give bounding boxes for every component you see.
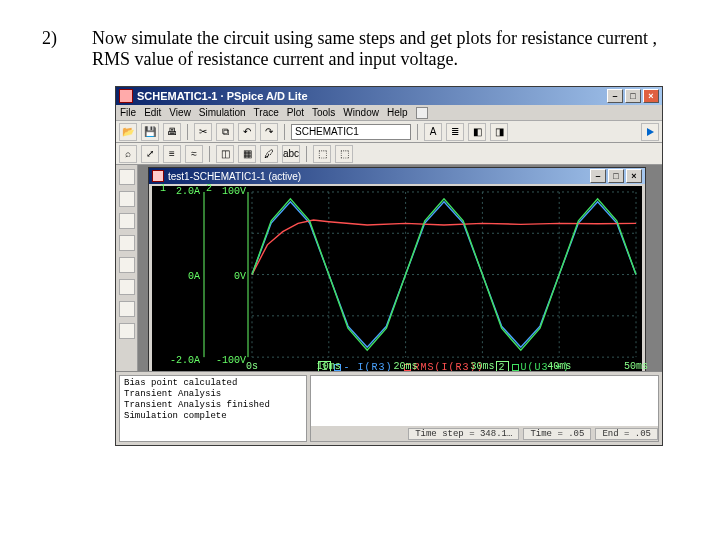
y-tick: -2.0A [160,355,200,366]
tool2-d-icon[interactable]: ≈ [185,145,203,163]
tool2-a-icon[interactable]: ⌕ [119,145,137,163]
tool-copy-icon[interactable]: ⧉ [216,123,234,141]
doc-max-button[interactable]: □ [608,169,624,183]
doc-min-button[interactable]: – [590,169,606,183]
tool-print-icon[interactable]: 🖶 [163,123,181,141]
menu-trace[interactable]: Trace [254,107,279,118]
app-icon [119,89,133,103]
tool2-h-icon[interactable]: abc [282,145,300,163]
close-button[interactable]: × [643,89,659,103]
x-tick: 50ms [624,361,648,371]
instruction-text: Now simulate the circuit using same step… [92,28,678,70]
tool2-g-icon[interactable]: 🖊 [260,145,278,163]
tool-open-icon[interactable]: 📂 [119,123,137,141]
x-tick: 40ms [547,361,571,371]
x-tick: 0s [246,361,258,371]
x-tick: 10ms [317,361,341,371]
menu-window[interactable]: Window [343,107,379,118]
tool2-b-icon[interactable]: ⤢ [141,145,159,163]
lt-1-icon[interactable] [119,169,135,185]
output-area: Bias point calculatedTransient AnalysisT… [116,371,662,445]
y-tick: 0A [160,271,200,282]
statusbar: Time step = 348.1… Time = .05 End = .05 [311,425,658,441]
instruction-number: 2) [42,28,62,70]
toolbar-2: ⌕ ⤢ ≡ ≈ ◫ ▦ 🖊 abc ⬚ ⬚ [116,143,662,165]
tool2-f-icon[interactable]: ▦ [238,145,256,163]
menu-edit[interactable]: Edit [144,107,161,118]
doc-close-button[interactable]: × [626,169,642,183]
lt-3-icon[interactable] [119,213,135,229]
profile-input[interactable] [291,124,411,140]
tool2-e-icon[interactable]: ◫ [216,145,234,163]
minimize-button[interactable]: – [607,89,623,103]
x-tick: 30ms [470,361,494,371]
y-tick: 0V [206,271,246,282]
menu-tools[interactable]: Tools [312,107,335,118]
play-icon [647,128,654,136]
window-title: SCHEMATIC1-1 · PSpice A/D Lite [137,90,308,102]
tool-d-icon[interactable]: ◨ [490,123,508,141]
menu-view[interactable]: View [169,107,191,118]
lt-7-icon[interactable] [119,301,135,317]
y-tick: -100V [206,355,246,366]
tool-save-icon[interactable]: 💾 [141,123,159,141]
y-axis-1: 2.0A0A-2.0A1 [160,192,200,361]
toolbar-1: 📂 💾 🖶 ✂ ⧉ ↶ ↷ A ≣ ◧ ◨ [116,121,662,143]
plot-area[interactable]: 2.0A0A-2.0A1 100V0V-100V2 1- I(R3)RMS(I(… [152,186,642,371]
menu-sim[interactable]: Simulation [199,107,246,118]
log-line: Simulation complete [124,411,302,422]
tool2-j-icon[interactable]: ⬚ [335,145,353,163]
watch-pane[interactable]: Time step = 348.1… Time = .05 End = .05 [310,375,659,442]
lt-5-icon[interactable] [119,257,135,273]
menu-plot[interactable]: Plot [287,107,304,118]
menu-help[interactable]: Help [387,107,408,118]
lt-4-icon[interactable] [119,235,135,251]
doc-title: test1-SCHEMATIC1-1 (active) [168,171,301,182]
brand-icon [416,107,428,119]
menubar: File Edit View Simulation Trace Plot Too… [116,105,662,121]
lt-2-icon[interactable] [119,191,135,207]
log-line: Bias point calculated [124,378,302,389]
log-pane[interactable]: Bias point calculatedTransient AnalysisT… [119,375,307,442]
tool2-c-icon[interactable]: ≡ [163,145,181,163]
lt-6-icon[interactable] [119,279,135,295]
tool-b-icon[interactable]: ≣ [446,123,464,141]
log-line: Transient Analysis finished [124,400,302,411]
plot-window[interactable]: test1-SCHEMATIC1-1 (active) – □ × 2.0A0A… [148,167,646,371]
x-tick: 20ms [394,361,418,371]
tool-undo-icon[interactable]: ↶ [238,123,256,141]
tool-redo-icon[interactable]: ↷ [260,123,278,141]
tool2-i-icon[interactable]: ⬚ [313,145,331,163]
pspice-window: SCHEMATIC1-1 · PSpice A/D Lite – □ × Fil… [115,86,663,446]
tool-a-icon[interactable]: A [424,123,442,141]
doc-titlebar[interactable]: test1-SCHEMATIC1-1 (active) – □ × [149,168,645,184]
tool-cut-icon[interactable]: ✂ [194,123,212,141]
left-toolbar [116,165,138,371]
log-line: Transient Analysis [124,389,302,400]
doc-icon [152,170,164,182]
maximize-button[interactable]: □ [625,89,641,103]
menu-file[interactable]: File [120,107,136,118]
run-button[interactable] [641,123,659,141]
status-step: Time step = 348.1… [408,428,519,440]
y-axis-2: 100V0V-100V2 [206,192,246,361]
x-axis: 1- I(R3)RMS(I(R3))2U(U3:+) 0s10ms20ms30m… [252,361,636,371]
titlebar[interactable]: SCHEMATIC1-1 · PSpice A/D Lite – □ × [116,87,662,105]
lt-8-icon[interactable] [119,323,135,339]
instruction: 2) Now simulate the circuit using same s… [42,28,678,70]
status-end: End = .05 [595,428,658,440]
mdi-area: test1-SCHEMATIC1-1 (active) – □ × 2.0A0A… [138,165,662,371]
status-time: Time = .05 [523,428,591,440]
tool-c-icon[interactable]: ◧ [468,123,486,141]
